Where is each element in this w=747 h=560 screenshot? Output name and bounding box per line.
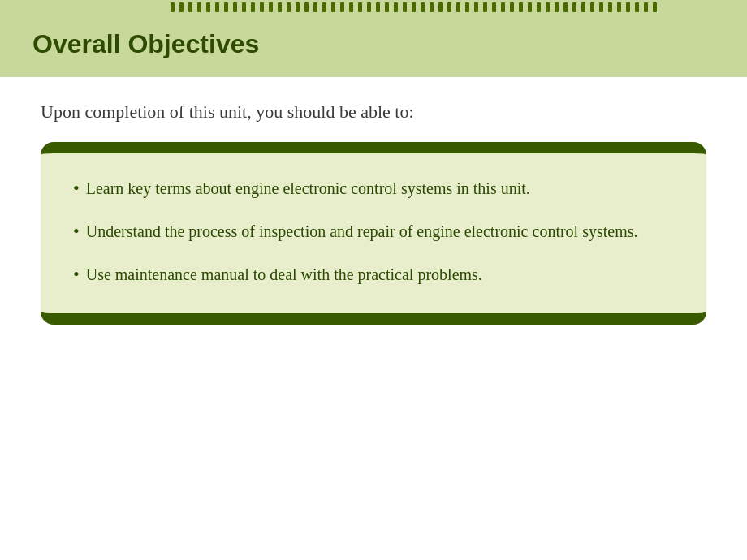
tick-marks	[171, 2, 657, 12]
tick	[465, 2, 469, 12]
tick	[474, 2, 478, 12]
main-content: Upon completion of this unit, you should…	[0, 77, 747, 349]
tick	[608, 2, 612, 12]
list-item: • Use maintenance manual to deal with th…	[73, 262, 674, 287]
tick	[269, 2, 273, 12]
tick	[242, 2, 246, 12]
tick	[278, 2, 282, 12]
tick	[376, 2, 380, 12]
tick	[206, 2, 210, 12]
tick	[188, 2, 192, 12]
objective-text-3: Use maintenance manual to deal with the …	[86, 262, 674, 287]
tick	[349, 2, 353, 12]
tick	[563, 2, 568, 12]
objectives-box: • Learn key terms about engine electroni…	[41, 142, 706, 325]
tick	[617, 2, 621, 12]
list-item: • Learn key terms about engine electroni…	[73, 176, 674, 201]
tick	[358, 2, 362, 12]
tick	[367, 2, 371, 12]
tick	[421, 2, 425, 12]
tick	[626, 2, 630, 12]
tick	[653, 2, 657, 12]
tick	[510, 2, 514, 12]
tick	[322, 2, 326, 12]
tick	[251, 2, 255, 12]
tick	[590, 2, 594, 12]
tick	[215, 2, 219, 12]
tick	[403, 2, 407, 12]
objective-text-2: Understand the process of inspection and…	[86, 219, 674, 244]
tick	[447, 2, 451, 12]
objective-text-1: Learn key terms about engine electronic …	[86, 176, 674, 201]
top-bar	[0, 0, 747, 15]
tick	[555, 2, 559, 12]
tick	[179, 2, 184, 12]
tick	[171, 2, 175, 12]
tick	[546, 2, 550, 12]
tick	[412, 2, 416, 12]
tick	[519, 2, 523, 12]
tick	[296, 2, 300, 12]
tick	[438, 2, 443, 12]
intro-text: Upon completion of this unit, you should…	[41, 101, 706, 123]
bullet-icon: •	[73, 176, 80, 201]
tick	[233, 2, 237, 12]
tick	[456, 2, 460, 12]
tick	[313, 2, 317, 12]
tick	[599, 2, 603, 12]
tick	[483, 2, 487, 12]
tick	[287, 2, 291, 12]
tick	[644, 2, 648, 12]
tick	[224, 2, 228, 12]
tick	[572, 2, 576, 12]
tick	[528, 2, 532, 12]
tick	[430, 2, 434, 12]
tick	[304, 2, 309, 12]
tick	[492, 2, 496, 12]
tick	[501, 2, 505, 12]
page-title: Overall Objectives	[32, 29, 715, 59]
header-section: Overall Objectives	[0, 15, 747, 77]
tick	[394, 2, 398, 12]
bullet-icon: •	[73, 262, 80, 287]
list-item: • Understand the process of inspection a…	[73, 219, 674, 244]
tick	[340, 2, 344, 12]
tick	[581, 2, 585, 12]
tick	[260, 2, 264, 12]
tick	[331, 2, 335, 12]
bullet-icon: •	[73, 219, 80, 244]
tick	[197, 2, 201, 12]
tick	[635, 2, 639, 12]
tick	[385, 2, 389, 12]
tick	[537, 2, 541, 12]
